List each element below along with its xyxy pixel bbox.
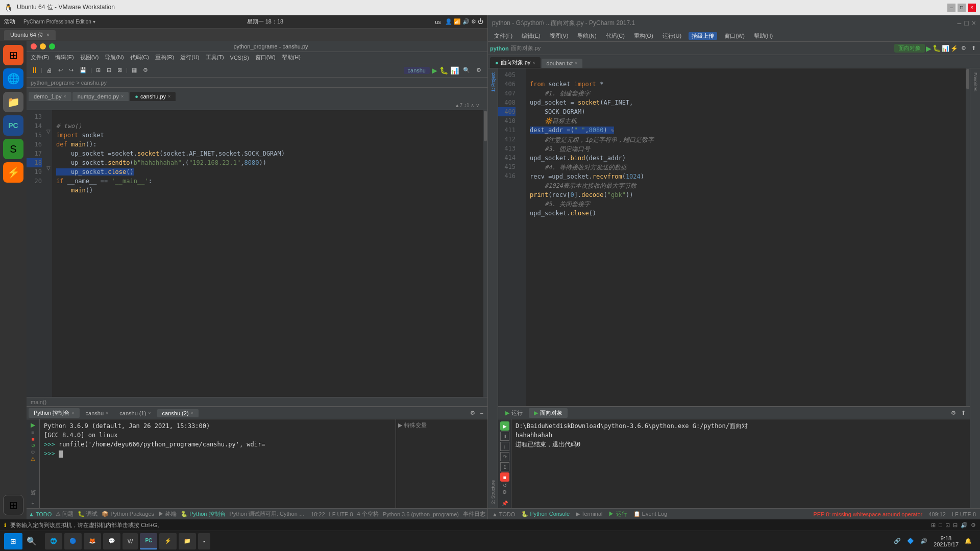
pycharm-right-console[interactable]: D:\BaiduNetdiskDownload\python-3.6.6\pyt… <box>511 419 970 508</box>
menu-upload[interactable]: 拾级上传 <box>689 32 717 40</box>
console-gear-icon[interactable]: ⚙ <box>31 449 35 455</box>
menu-code[interactable]: 代码(C) <box>604 32 627 40</box>
taskbar-firefox[interactable]: 🦊 <box>84 533 101 549</box>
scrollbar-thumb[interactable] <box>484 111 487 141</box>
run-step-out-btn[interactable]: ↥ <box>500 462 509 471</box>
vmware-minimize-button[interactable]: – <box>947 4 955 12</box>
run-button[interactable]: ▶ <box>432 66 437 74</box>
right-scrollbar[interactable] <box>966 68 970 406</box>
console-stop-icon[interactable]: ■ <box>31 436 34 442</box>
console-warn-icon[interactable]: ⚠ <box>31 456 35 462</box>
search-button[interactable]: 🔍 <box>461 66 472 74</box>
taskbar-pycharm[interactable]: PC <box>140 533 157 549</box>
file-tab-canshu[interactable]: ● canshu.py × <box>130 92 176 101</box>
right-console-upload[interactable]: ⬆ <box>959 409 968 417</box>
menu-file[interactable]: 文件(F) <box>492 32 514 40</box>
canshu-tab-close[interactable]: × <box>106 411 108 416</box>
console-list-icon[interactable]: ≡ <box>32 430 35 435</box>
taskbar-terminal[interactable]: ▪ <box>198 533 210 549</box>
ubuntu-pycharm-icon[interactable]: PC <box>3 115 23 136</box>
settings-btn-right[interactable]: ⚙ <box>959 44 968 53</box>
menu-nav[interactable]: 导航(N) <box>575 32 598 40</box>
file-tab-canshu-close[interactable]: × <box>168 94 170 99</box>
run-start-btn[interactable]: ▶ <box>500 421 509 431</box>
menu-view[interactable]: 视图(V) <box>548 32 571 40</box>
run-pause-btn[interactable]: ⏸ <box>500 432 509 441</box>
right-tab-mianxiangduixiang[interactable]: ● 面向对象.py × <box>490 57 541 68</box>
pycharm-menu-run[interactable]: 运行(U) <box>180 54 199 61</box>
status-python-console[interactable]: 🐍 Python 控制台 <box>181 510 225 518</box>
debug-button[interactable]: 🐛 <box>439 66 448 74</box>
toolbar-terminal-btn[interactable]: ▦ <box>130 66 139 74</box>
console-close-btn[interactable]: − <box>478 409 485 417</box>
ubuntu-apps-icon[interactable]: ⊞ <box>3 45 23 65</box>
menu-window[interactable]: 窗口(W) <box>722 32 747 40</box>
run-btn-right[interactable]: ▶ <box>926 44 932 53</box>
toolbar-print-btn[interactable]: 🖨 <box>44 66 54 74</box>
console-output[interactable]: Python 3.6.9 (default, Jan 26 2021, 15:3… <box>40 419 396 508</box>
canshu-tab[interactable]: canshu × <box>81 409 114 417</box>
right-status-todo[interactable]: ▲ TODO <box>492 511 515 517</box>
pycharm-inner-close[interactable] <box>31 43 37 49</box>
taskbar-edge[interactable]: 🔵 <box>64 533 82 549</box>
menu-help[interactable]: 帮助(H) <box>752 32 775 40</box>
collapse-icon[interactable]: ▶ <box>398 422 402 429</box>
file-tab-numpy[interactable]: numpy_demo.py × <box>72 92 129 101</box>
ubuntu-browser-icon[interactable]: 🌐 <box>3 68 23 89</box>
ubuntu-grid-icon[interactable]: ⊞ <box>3 495 23 515</box>
settings-button[interactable]: ⚙ <box>474 66 483 74</box>
profile-btn-right[interactable]: ⚡ <box>950 45 958 52</box>
pycharm-menu-nav[interactable]: 导航(N) <box>105 54 124 61</box>
pycharm-inner-min[interactable] <box>40 43 46 49</box>
python-console-tab[interactable]: Python 控制台 × <box>29 408 80 418</box>
pycharm-inner-max[interactable] <box>49 43 55 49</box>
menu-edit[interactable]: 编辑(E) <box>520 32 543 40</box>
console-add-icon[interactable]: + <box>32 500 35 506</box>
ubuntu-sublime-icon[interactable]: S <box>3 139 23 159</box>
ubuntu-tab-close[interactable]: × <box>46 32 50 38</box>
file-tab-demo-close[interactable]: × <box>63 94 66 99</box>
pycharm-minimize-btn[interactable]: – <box>958 19 962 27</box>
pycharm-menu-edit[interactable]: 编辑(E) <box>55 54 74 61</box>
ubuntu-tab[interactable]: Ubuntu 64 位 × <box>4 30 56 40</box>
status-packages[interactable]: 📦 Python Packages <box>102 511 154 517</box>
windows-search-button[interactable]: 🔍 <box>22 536 41 546</box>
coverage-button[interactable]: 📊 <box>450 66 459 74</box>
right-status-run[interactable]: ▶ 运行 <box>608 510 627 518</box>
python-console-tab-close[interactable]: × <box>71 411 74 416</box>
canshu2-tab-close[interactable]: × <box>191 411 193 416</box>
scrollbar-v[interactable] <box>483 110 487 397</box>
structure-panel-tab[interactable]: 2: Structure <box>491 478 496 506</box>
console-run-icon[interactable]: ▶ <box>31 421 35 429</box>
status-debug[interactable]: 🐛 调试 <box>78 510 97 518</box>
run-tab-right[interactable]: ▶ 运行 <box>500 408 528 418</box>
vmware-maximize-button[interactable]: □ <box>958 4 966 12</box>
vmware-screen-btn-2[interactable]: □ <box>939 522 942 528</box>
toolbar-config-btn[interactable]: ⚙ <box>141 66 150 74</box>
fold-19[interactable]: ▽ <box>45 165 52 174</box>
status-problems[interactable]: ⚠ 问题 <box>56 510 74 518</box>
run-settings-icon[interactable]: ⚙ <box>502 489 507 495</box>
pycharm-menu-tools[interactable]: 工具(T) <box>206 54 224 61</box>
right-tab-douban[interactable]: douban.txt × <box>542 59 583 68</box>
canshu1-tab-close[interactable]: × <box>148 411 151 416</box>
taskbar-chat[interactable]: 💬 <box>103 533 120 549</box>
code-content[interactable]: # two() import socket def main(): up_soc… <box>52 110 483 397</box>
canshu2-tab[interactable]: canshu (2) × <box>157 409 199 417</box>
status-todo[interactable]: ▲ TODO <box>29 511 52 517</box>
vmware-screen-btn-6[interactable]: ⚙ <box>971 522 976 529</box>
mianxiangduixiang-tab-right[interactable]: ▶ 面向对象 <box>529 408 568 418</box>
pycharm-menu-help[interactable]: 帮助(H) <box>282 54 301 61</box>
ubuntu-files-icon[interactable]: 📁 <box>3 92 23 112</box>
run-config-selector[interactable]: canshu <box>404 67 430 74</box>
right-console-settings[interactable]: ⚙ <box>949 409 958 417</box>
toolbar-split2-btn[interactable]: ⊟ <box>105 66 113 74</box>
favorites-panel-tab[interactable]: Favorites <box>973 70 978 93</box>
vmware-screen-btn-3[interactable]: ⊡ <box>945 522 950 529</box>
run-config-right[interactable]: 面向对象 <box>894 44 925 53</box>
taskbar-bluetooth[interactable]: 🔷 <box>907 538 914 544</box>
pycharm-right-code[interactable]: from socket import * #1. 创建套接字 upd_socke… <box>526 68 966 406</box>
right-tab-mianxiangduixiang-close[interactable]: × <box>532 60 535 65</box>
taskbar-network[interactable]: 🔗 <box>894 538 901 544</box>
canshu1-tab[interactable]: canshu (1) × <box>114 409 156 417</box>
